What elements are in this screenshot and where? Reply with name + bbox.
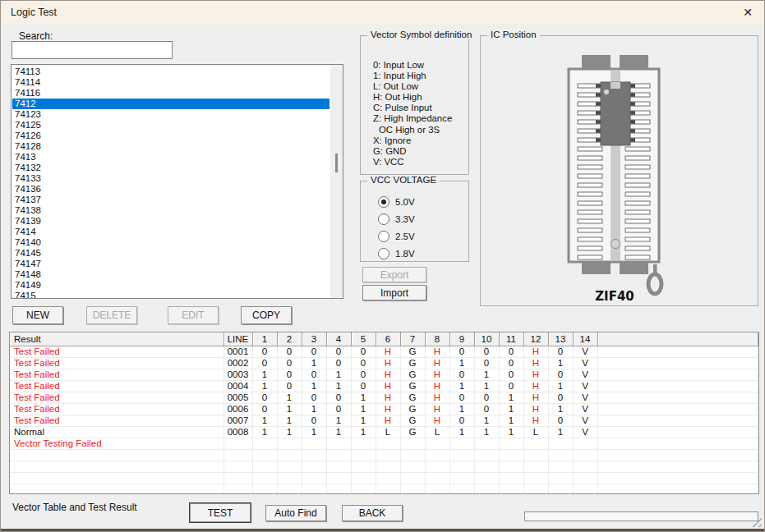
table-cell: [597, 438, 758, 450]
table-row[interactable]: Test Failed000501001HGH001H0V: [10, 392, 758, 404]
col-7[interactable]: 7: [400, 332, 425, 346]
list-item[interactable]: 74145: [12, 248, 330, 259]
new-button[interactable]: NEW: [12, 306, 63, 324]
vector-symbol-line: X: Ignore: [373, 135, 452, 146]
table-cell: 0: [252, 346, 277, 358]
table-cell: [224, 473, 252, 484]
list-item[interactable]: 74140: [12, 237, 330, 248]
table-cell: H: [523, 369, 548, 381]
table-cell: 0: [449, 346, 474, 358]
table-row[interactable]: Test Failed000310010HGH010H0V: [10, 369, 758, 381]
import-button[interactable]: Import: [362, 285, 426, 300]
table-cell: 0: [326, 404, 351, 415]
col-11[interactable]: 11: [499, 332, 523, 346]
list-item[interactable]: 74133: [12, 173, 330, 184]
table-row[interactable]: Test Failed000410110HGH110H1V: [10, 381, 758, 392]
table-cell: 1: [302, 358, 326, 369]
vcc-voltage-group: VCC VOLTAGE 5.0V3.3V2.5V1.8V: [360, 181, 469, 262]
radio-option-2.5V[interactable]: 2.5V: [378, 227, 415, 245]
table-header-row[interactable]: ResultLINE1234567891011121314: [10, 332, 758, 346]
list-item[interactable]: 74139: [12, 216, 330, 227]
list-item[interactable]: 7415: [12, 291, 330, 298]
table-row[interactable]: Vector Testing Failed: [10, 438, 758, 450]
list-item[interactable]: 74128: [12, 141, 330, 152]
list-item[interactable]: 74113: [12, 66, 330, 77]
col-12[interactable]: 12: [523, 332, 548, 346]
col-line[interactable]: LINE: [224, 332, 252, 346]
col-6[interactable]: 6: [376, 332, 400, 346]
logic-test-dialog: Logic Test ✕ Search: 7411374114741167412…: [0, 0, 765, 532]
col-9[interactable]: 9: [449, 332, 474, 346]
list-item[interactable]: 74123: [12, 109, 330, 120]
close-icon[interactable]: ✕: [739, 4, 757, 21]
list-item[interactable]: 74125: [12, 120, 330, 131]
table-cell: 1: [474, 381, 499, 392]
auto-find-button[interactable]: Auto Find: [265, 505, 326, 521]
list-item[interactable]: 74137: [12, 195, 330, 205]
col-8[interactable]: 8: [425, 332, 449, 346]
table-cell: [425, 438, 449, 450]
titlebar[interactable]: Logic Test ✕: [1, 1, 764, 24]
list-item[interactable]: 74126: [12, 131, 330, 141]
radio-label: 1.8V: [395, 249, 415, 259]
table-cell: 1: [548, 358, 573, 369]
radio-option-1.8V[interactable]: 1.8V: [378, 245, 415, 262]
table-row[interactable]: Test Failed000711011HGH011H0V: [10, 415, 758, 427]
table-cell: [573, 461, 597, 473]
listbox-scrollbar[interactable]: [330, 65, 343, 298]
table-row[interactable]: Normal000811111LGL111L1V: [10, 427, 758, 438]
col-4[interactable]: 4: [326, 332, 351, 346]
table-cell: H: [425, 381, 449, 392]
table-cell: [597, 473, 758, 484]
list-item[interactable]: 74149: [12, 280, 330, 291]
table-row[interactable]: Test Failed000601101HGH101H1V: [10, 404, 758, 415]
table-cell: [224, 461, 252, 473]
col-3[interactable]: 3: [302, 332, 326, 346]
col-13[interactable]: 13: [548, 332, 573, 346]
col-14[interactable]: 14: [573, 332, 597, 346]
table-cell: [302, 450, 326, 461]
table-cell: [302, 461, 326, 473]
list-item[interactable]: 7413: [12, 152, 330, 163]
table-cell: 1: [252, 415, 277, 427]
col-5[interactable]: 5: [351, 332, 376, 346]
col-2[interactable]: 2: [277, 332, 302, 346]
table-cell: [548, 461, 573, 473]
back-button[interactable]: BACK: [342, 505, 403, 521]
list-item[interactable]: 74114: [12, 77, 330, 88]
list-item[interactable]: 74147: [12, 259, 330, 269]
col-10[interactable]: 10: [474, 332, 499, 346]
table-cell: 0: [499, 381, 523, 392]
table-cell: H: [376, 404, 400, 415]
col-result[interactable]: Result: [10, 332, 224, 346]
table-cell: [351, 450, 376, 461]
table-cell: 0002: [224, 358, 252, 369]
list-item[interactable]: 74138: [12, 205, 330, 216]
list-item[interactable]: 7412: [12, 99, 330, 109]
col-1[interactable]: 1: [252, 332, 277, 346]
list-item[interactable]: 74148: [12, 269, 330, 280]
radio-option-3.3V[interactable]: 3.3V: [378, 210, 415, 227]
table-cell: [277, 438, 302, 450]
table-cell: [573, 438, 597, 450]
table-cell: 1: [302, 427, 326, 438]
table-cell: 1: [474, 427, 499, 438]
table-cell: 1: [548, 381, 573, 392]
test-button[interactable]: TEST: [190, 503, 251, 522]
table-row[interactable]: Test Failed000100000HGH000H0V: [10, 346, 758, 358]
table-row[interactable]: Test Failed000200100HGH100H1V: [10, 358, 758, 369]
table-cell: H: [425, 392, 449, 404]
ic-listbox[interactable]: 7411374114741167412741237412574126741287…: [11, 64, 343, 299]
search-input[interactable]: [12, 41, 173, 59]
vcc-voltage-group-title: VCC VOLTAGE: [367, 175, 440, 185]
list-item[interactable]: 74132: [12, 163, 330, 173]
col-spacer[interactable]: [597, 332, 758, 346]
list-item[interactable]: 7414: [12, 227, 330, 237]
result-table[interactable]: ResultLINE1234567891011121314 Test Faile…: [9, 332, 759, 494]
list-item[interactable]: 74116: [12, 88, 330, 99]
copy-button[interactable]: COPY: [241, 306, 292, 324]
scrollbar-thumb[interactable]: [335, 154, 338, 172]
radio-option-5.0V[interactable]: 5.0V: [378, 193, 415, 210]
edit-button: EDIT: [168, 306, 219, 324]
list-item[interactable]: 74136: [12, 184, 330, 195]
